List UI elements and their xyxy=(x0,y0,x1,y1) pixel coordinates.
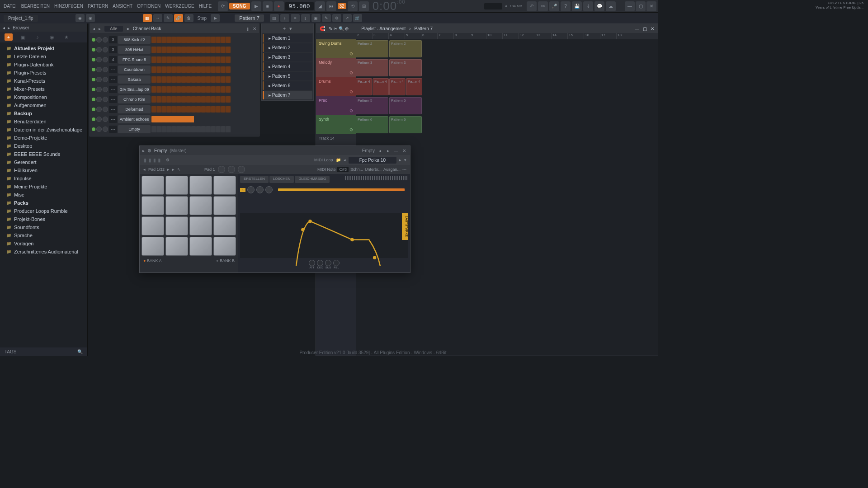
channel-pan[interactable] xyxy=(96,87,102,92)
drum-pad[interactable] xyxy=(165,216,188,235)
step[interactable] xyxy=(176,96,181,103)
channel-pan[interactable] xyxy=(96,97,102,102)
preset-menu-icon[interactable]: ▾ xyxy=(404,158,406,162)
step[interactable] xyxy=(196,66,201,73)
bank-b-button[interactable]: BANK B xyxy=(216,258,235,263)
cloud-icon[interactable]: ☁ xyxy=(606,1,616,11)
step[interactable] xyxy=(166,37,171,43)
browser-item[interactable]: Packs xyxy=(0,199,87,207)
step[interactable] xyxy=(171,106,176,113)
step[interactable] xyxy=(226,37,231,43)
step[interactable] xyxy=(211,96,216,103)
preset-name[interactable]: Fpc Polka 10 xyxy=(349,157,396,164)
step[interactable] xyxy=(161,76,166,83)
step[interactable] xyxy=(191,106,196,113)
step[interactable] xyxy=(206,66,211,73)
close-icon[interactable]: ✕ xyxy=(401,147,407,154)
step[interactable] xyxy=(206,106,211,113)
channel-led[interactable] xyxy=(92,68,95,71)
step[interactable] xyxy=(211,66,216,73)
step[interactable] xyxy=(171,126,176,132)
browser-item[interactable]: Letzte Dateien xyxy=(0,52,87,61)
pad-next-icon[interactable]: ▸ xyxy=(167,167,170,172)
browser-item[interactable]: Meine Projekte xyxy=(0,183,87,191)
tool3-icon[interactable]: ↗ xyxy=(343,14,352,22)
playlist-clip[interactable]: Pa...n 4 xyxy=(406,78,422,95)
play-button[interactable]: ▶ xyxy=(251,1,261,11)
drum-pad[interactable] xyxy=(189,216,212,235)
step[interactable] xyxy=(161,126,166,132)
step[interactable] xyxy=(181,66,186,73)
tools-icon[interactable]: ✂ xyxy=(538,1,548,11)
pl-max-icon[interactable]: ▢ xyxy=(643,26,647,31)
channel-vol[interactable] xyxy=(103,47,108,52)
step[interactable] xyxy=(186,56,191,63)
step[interactable] xyxy=(151,76,156,83)
step[interactable] xyxy=(191,56,196,63)
window-close[interactable]: ✕ xyxy=(646,1,656,11)
browser-item[interactable]: Plugin-Datenbank xyxy=(0,61,87,69)
channel-pan[interactable] xyxy=(96,77,102,82)
browser-item[interactable]: Backup xyxy=(0,109,87,117)
channel-vol[interactable] xyxy=(103,77,108,82)
channel-mixer-num[interactable]: --- xyxy=(109,86,117,93)
playlist-clip[interactable]: Pattern 2 xyxy=(389,40,422,57)
drum-pad[interactable] xyxy=(142,216,164,235)
step[interactable] xyxy=(151,66,156,73)
step[interactable] xyxy=(201,76,206,83)
channel-mixer-num[interactable]: --- xyxy=(109,96,117,103)
step[interactable] xyxy=(211,47,216,53)
channel-pan[interactable] xyxy=(96,117,102,122)
drum-pad[interactable] xyxy=(189,237,212,256)
step[interactable] xyxy=(201,66,206,73)
step[interactable] xyxy=(226,66,231,73)
menu-optionen[interactable]: OPTIONEN xyxy=(135,3,162,9)
save-icon[interactable]: 💾 xyxy=(572,1,582,11)
browser-item[interactable]: Aktuelles Projekt xyxy=(0,44,87,52)
playlist-clip[interactable]: Pattern 6 xyxy=(356,116,388,133)
preset-prev-icon[interactable]: ◂ xyxy=(344,158,346,162)
step[interactable] xyxy=(186,86,191,93)
step[interactable] xyxy=(211,126,216,132)
chat-icon[interactable]: 💬 xyxy=(594,1,604,11)
step[interactable] xyxy=(166,66,171,73)
drum-pad[interactable] xyxy=(189,196,212,215)
playlist-track[interactable]: Synth⊙ xyxy=(316,115,356,134)
step[interactable] xyxy=(186,126,191,132)
step[interactable] xyxy=(221,96,226,103)
channel-mixer-num[interactable]: --- xyxy=(109,116,117,123)
step[interactable] xyxy=(161,106,166,113)
channel-pan[interactable] xyxy=(96,37,102,42)
pattern-item[interactable]: ▸ Pattern 5 xyxy=(263,72,312,80)
step[interactable] xyxy=(196,126,201,132)
channel-name[interactable]: Ambient echoes xyxy=(118,115,151,123)
step[interactable] xyxy=(161,47,166,53)
channel-vol[interactable] xyxy=(103,97,108,102)
step[interactable] xyxy=(176,56,181,63)
step[interactable] xyxy=(181,126,186,132)
menu-werkzeuge[interactable]: WERKZEUGE xyxy=(163,3,196,9)
step[interactable] xyxy=(191,37,196,43)
time-counter[interactable]: 0:00:00 xyxy=(373,0,406,13)
step[interactable] xyxy=(161,37,166,43)
browser-item[interactable]: Kanal-Presets xyxy=(0,77,87,85)
step[interactable] xyxy=(181,47,186,53)
chevron-right-icon[interactable]: ▸ xyxy=(8,25,10,30)
menu-hinzufügen[interactable]: HINZUFüGEN xyxy=(52,3,85,9)
browser-item[interactable]: Producer Loops Rumble xyxy=(0,207,87,215)
layer-pan-knob[interactable] xyxy=(256,186,264,193)
channel-mixer-num[interactable]: 4 xyxy=(109,56,117,63)
step[interactable] xyxy=(151,56,156,63)
loop-record-icon[interactable]: ⟲ xyxy=(348,1,358,11)
browser-item[interactable]: Projekt-Bones xyxy=(0,215,87,223)
pattern-item[interactable]: ▸ Pattern 6 xyxy=(263,81,312,90)
step[interactable] xyxy=(221,66,226,73)
step[interactable] xyxy=(176,76,181,83)
pad-pan-knob[interactable] xyxy=(228,166,235,173)
channel-led[interactable] xyxy=(92,127,95,131)
browser-item[interactable]: Gerendert xyxy=(0,158,87,166)
tempo-display[interactable]: 95.000 xyxy=(285,2,314,10)
channel-led[interactable] xyxy=(92,117,95,121)
channel-vol[interactable] xyxy=(103,107,108,112)
step[interactable] xyxy=(221,76,226,83)
